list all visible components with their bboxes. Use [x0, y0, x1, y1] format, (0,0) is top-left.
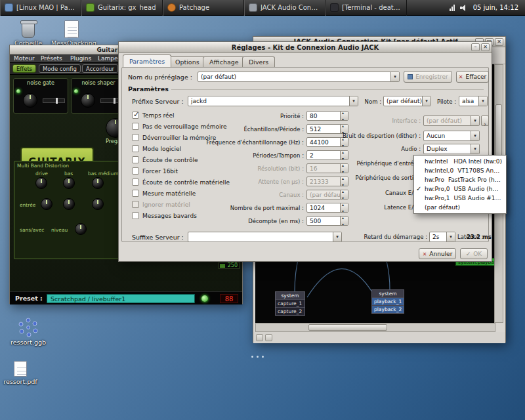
mb-niveau-knob[interactable]: [75, 223, 87, 235]
network-icon[interactable]: [450, 5, 455, 11]
chevron-down-icon[interactable]: [333, 232, 341, 242]
latency-io-label: Latence E/S :: [342, 204, 421, 211]
start-delay-comb o[interactable]: 2s: [429, 232, 455, 242]
checkbox-temps-reel[interactable]: Temps réel: [132, 111, 175, 119]
tab-affichage[interactable]: Affichage: [203, 56, 245, 67]
desktop-icon-ressort-ggb[interactable]: ressort.ggb: [8, 318, 49, 346]
taskbar-label: JACK Audio Connection Kit...: [261, 4, 320, 11]
taskbar-item-patchage[interactable]: Patchage: [163, 0, 244, 16]
desktop-icon-trash[interactable]: Corbeille: [8, 21, 49, 47]
menu-moteur[interactable]: Moteur: [14, 55, 35, 62]
port-capture-2[interactable]: capture_2: [276, 307, 304, 315]
menu-item-hw-intel-0[interactable]: hw:Intel,0VT1708S Analog (hw:0,0): [414, 166, 506, 175]
volume-icon[interactable]: [460, 5, 467, 11]
tab-divers[interactable]: Divers: [242, 56, 275, 67]
checkbox-mesure-materielle[interactable]: Mesure matérielle: [132, 189, 196, 198]
spinner-arrows-icon[interactable]: [340, 217, 348, 225]
group-divider: [171, 89, 484, 90]
spin-decompte[interactable]: 500: [306, 216, 348, 226]
capture-node[interactable]: system capture_1 capture_2: [275, 291, 305, 316]
tab-parametres[interactable]: Paramètres: [123, 54, 171, 67]
preset-led-icon[interactable]: [201, 295, 208, 302]
tuner-button[interactable]: Accordeur: [82, 64, 118, 73]
terminal-icon: [330, 3, 339, 12]
combo-dither[interactable]: Aucun: [423, 131, 480, 141]
mb-drive-knob[interactable]: [35, 177, 47, 189]
dialog-title: Réglages - Kit de Connexion Audio JACK: [232, 44, 379, 51]
driver-combo[interactable]: alsa: [459, 96, 488, 106]
checkbox-icon: [132, 156, 139, 163]
multiband-value-slider[interactable]: 250: [219, 262, 240, 269]
mb-bas-knob[interactable]: [63, 177, 75, 189]
taskbar-item-qjackctl[interactable]: JACK Audio Connection Kit...: [244, 0, 326, 16]
menu-plugins[interactable]: Plugins: [70, 55, 91, 62]
chevron-down-icon[interactable]: [349, 96, 358, 106]
taskbar-item-guitarix[interactable]: Guitarix: gx_head: [81, 0, 163, 16]
taskbar-label: Guitarix: gx_head: [98, 4, 156, 11]
menu-item-default[interactable]: (par défaut): [414, 203, 506, 212]
icon-label: ressort.ggb: [8, 339, 49, 346]
config-mode-button[interactable]: Mode config: [39, 64, 81, 73]
chevron-down-icon[interactable]: [390, 72, 399, 81]
mb-knob[interactable]: [63, 198, 75, 210]
status-icon: [256, 334, 263, 341]
close-icon[interactable]: [481, 43, 490, 51]
delete-button[interactable]: Effacer: [456, 71, 489, 83]
combo-audio[interactable]: Duplex: [423, 144, 480, 154]
preset-field[interactable]: Scratchpad / livebuffer1: [47, 294, 195, 303]
cancel-button[interactable]: Annuler: [419, 248, 456, 259]
close-icon[interactable]: [495, 38, 503, 46]
trash-icon: [22, 22, 35, 38]
scrollbar-thumb[interactable]: [308, 324, 387, 331]
dialog-titlebar[interactable]: Réglages - Kit de Connexion Audio JACK: [119, 42, 492, 53]
node-title: system: [276, 292, 304, 299]
cancel-icon: [423, 251, 427, 257]
port-playback-2[interactable]: playback_2: [372, 305, 404, 313]
horizontal-scrollbar[interactable]: [255, 323, 495, 332]
desktop-icon-ressort-pdf[interactable]: ressort.pdf: [0, 361, 41, 385]
menu-item-hw-pro-0[interactable]: hw:Pro,0USB Audio (hw:1,0): [414, 184, 506, 194]
checkbox-forcer-16bit[interactable]: Forcer 16bit: [132, 167, 178, 175]
menu-presets[interactable]: Présets: [41, 55, 62, 62]
chevron-down-icon[interactable]: [446, 232, 455, 242]
chevron-down-icon[interactable]: [478, 96, 487, 106]
ok-icon: [466, 251, 471, 257]
port-capture-1[interactable]: capture_1: [276, 299, 304, 307]
checkbox-mode-logiciel[interactable]: Mode logiciel: [132, 144, 181, 153]
menu-lampe[interactable]: Lampe: [98, 55, 118, 62]
noise-gate-module: noise gate: [13, 78, 68, 114]
port-playback-1[interactable]: playback_1: [372, 297, 404, 305]
checkbox-messages-bavards[interactable]: Messages bavards: [132, 211, 197, 220]
noise-shaper-knob[interactable]: [81, 93, 95, 108]
noise-gate-slider[interactable]: [43, 98, 65, 103]
mb-knob[interactable]: [92, 198, 104, 210]
panel-clock[interactable]: 05 juin, 14:12: [473, 4, 525, 11]
chevron-down-icon[interactable]: [422, 96, 430, 106]
server-prefix-combo[interactable]: jackd: [188, 96, 358, 106]
checkbox-ecoute-controle[interactable]: Écoute de contrôle: [132, 156, 198, 164]
mb-bas-medium-knob[interactable]: [92, 177, 104, 189]
minimize-icon[interactable]: [471, 43, 480, 51]
taskbar-item-terminal[interactable]: [Terminal - deathtroy@dea...: [326, 0, 407, 16]
menu-item-hw-pro[interactable]: hw:ProFastTrack Pro (hw:1): [414, 175, 506, 184]
taskbar-item-browser[interactable]: [Linux MAO | Pas de son g...: [0, 0, 81, 16]
mb-entree-knob[interactable]: [41, 198, 52, 210]
server-suffix-combo[interactable]: [188, 232, 342, 242]
noise-gate-knob[interactable]: [23, 93, 37, 108]
effects-button[interactable]: Effets: [12, 64, 36, 73]
menu-item-hw-intel[interactable]: hw:IntelHDA Intel (hw:0): [414, 157, 506, 166]
menu-item-hw-pro-1[interactable]: hw:Pro,1USB Audio #1 (hw:1,1): [414, 194, 506, 203]
taskbar-label: [Linux MAO | Pas de son g...: [16, 4, 76, 11]
settings-dialog: Réglages - Kit de Connexion Audio JACK P…: [118, 41, 492, 262]
checkbox-label: Messages bavards: [142, 213, 197, 219]
chevron-down-icon[interactable]: [471, 144, 479, 154]
sans-avec-label: sans/avec: [20, 227, 44, 233]
chevron-down-icon[interactable]: [471, 131, 479, 140]
playback-node[interactable]: system playback_1 playback_2: [371, 289, 404, 314]
name-combo[interactable]: (par défaut): [383, 96, 431, 106]
tab-options[interactable]: Options: [169, 56, 206, 67]
periods-label: Périodes/Tampon :: [211, 152, 304, 159]
device-id: hw:Pro,1: [425, 195, 450, 201]
desktop-icon-messqjack[interactable]: MessQjackpng: [51, 20, 92, 47]
preset-name-combo[interactable]: (par défaut): [198, 72, 400, 82]
